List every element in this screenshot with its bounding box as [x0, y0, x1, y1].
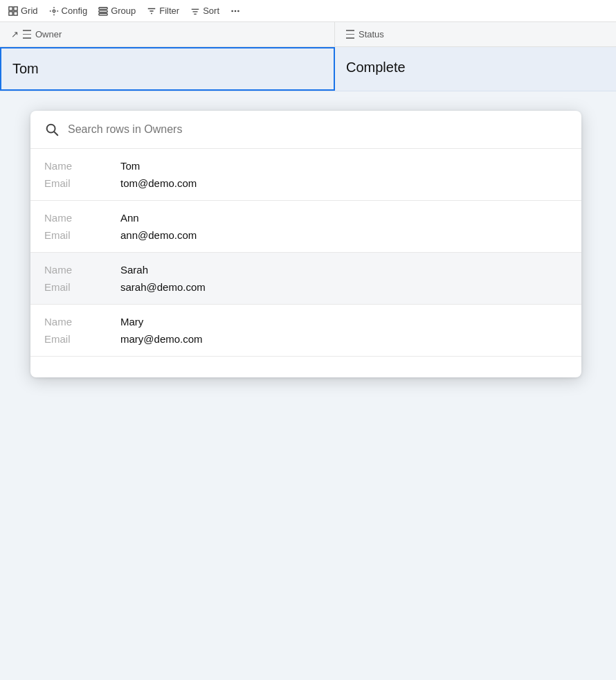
owner-email-value: mary@demo.com — [120, 333, 203, 345]
svg-rect-1 — [14, 6, 17, 10]
owner-list: Name Tom Email tom@demo.com Name Ann Ema… — [30, 149, 581, 377]
dropdown-bottom-space — [30, 357, 581, 377]
owner-value: Tom — [12, 61, 39, 76]
toolbar-config[interactable]: Config — [49, 6, 88, 16]
owner-name-value: Mary — [120, 316, 143, 328]
sort-icon — [190, 6, 200, 16]
owner-email-value: sarah@demo.com — [120, 281, 206, 293]
grid-icon — [8, 6, 18, 16]
sort-arrow-icon: ↗ — [11, 29, 19, 39]
email-label: Email — [44, 333, 120, 345]
svg-rect-7 — [99, 13, 107, 15]
svg-rect-2 — [9, 11, 12, 15]
table-header: ↗ Owner Status — [0, 22, 616, 47]
toolbar: Grid Config Group Filter Sort — [0, 0, 616, 22]
owner-name-value: Tom — [120, 160, 140, 172]
owner-name-field: Name Tom — [44, 160, 568, 172]
owner-dropdown: Name Tom Email tom@demo.com Name Ann Ema… — [30, 111, 581, 377]
selected-data-row: Tom Complete — [0, 47, 616, 91]
toolbar-group[interactable]: Group — [98, 6, 136, 16]
svg-point-9 — [235, 10, 237, 12]
search-container — [30, 111, 581, 149]
group-icon — [98, 6, 108, 16]
owner-email-field: Email mary@demo.com — [44, 333, 568, 345]
search-input[interactable] — [68, 123, 568, 136]
filter-icon — [147, 6, 156, 16]
list-item[interactable]: Name Sarah Email sarah@demo.com — [30, 253, 581, 305]
toolbar-config-label: Config — [62, 6, 88, 16]
status-column-label: Status — [359, 29, 384, 39]
email-label: Email — [44, 177, 120, 189]
toolbar-filter[interactable]: Filter — [147, 6, 179, 16]
svg-point-8 — [231, 10, 233, 12]
config-icon — [49, 6, 59, 16]
svg-rect-5 — [99, 7, 107, 9]
owner-name-field: Name Sarah — [44, 264, 568, 276]
name-label: Name — [44, 316, 120, 328]
owner-name-value: Sarah — [120, 264, 148, 276]
name-label: Name — [44, 264, 120, 276]
owner-header-cell: ↗ Owner — [0, 22, 334, 46]
svg-point-4 — [53, 10, 55, 12]
name-label: Name — [44, 160, 120, 172]
status-cell: Complete — [335, 47, 616, 91]
owner-name-value: Ann — [120, 212, 139, 224]
toolbar-more[interactable] — [230, 6, 240, 16]
owner-name-field: Name Ann — [44, 212, 568, 224]
lines-icon-status — [346, 30, 354, 39]
owner-email-field: Email ann@demo.com — [44, 229, 568, 241]
toolbar-sort-label: Sort — [203, 6, 219, 16]
svg-point-10 — [237, 10, 239, 12]
owner-cell[interactable]: Tom — [0, 47, 335, 91]
name-label: Name — [44, 212, 120, 224]
status-value: Complete — [346, 60, 406, 75]
owner-email-field: Email sarah@demo.com — [44, 281, 568, 293]
toolbar-filter-label: Filter — [159, 6, 179, 16]
owner-email-value: tom@demo.com — [120, 177, 197, 189]
owner-column-label: Owner — [35, 29, 62, 39]
owner-email-field: Email tom@demo.com — [44, 177, 568, 189]
more-icon — [230, 6, 240, 16]
svg-line-12 — [54, 132, 57, 135]
owner-email-value: ann@demo.com — [120, 229, 197, 241]
svg-rect-3 — [14, 11, 17, 15]
col-owner-header: ↗ Owner — [0, 22, 335, 46]
owner-name-field: Name Mary — [44, 316, 568, 328]
list-item[interactable]: Name Tom Email tom@demo.com — [30, 149, 581, 201]
list-item[interactable]: Name Ann Email ann@demo.com — [30, 201, 581, 253]
email-label: Email — [44, 281, 120, 293]
col-status-header: Status — [335, 22, 616, 46]
toolbar-grid-label: Grid — [21, 6, 38, 16]
search-icon-wrap — [44, 122, 60, 137]
svg-rect-0 — [9, 6, 12, 10]
search-icon — [44, 122, 60, 137]
svg-rect-6 — [99, 10, 107, 12]
lines-icon-owner — [23, 30, 31, 39]
toolbar-grid[interactable]: Grid — [8, 6, 38, 16]
toolbar-sort[interactable]: Sort — [190, 6, 219, 16]
status-header-cell: Status — [335, 22, 616, 46]
email-label: Email — [44, 229, 120, 241]
toolbar-group-label: Group — [111, 6, 136, 16]
list-item[interactable]: Name Mary Email mary@demo.com — [30, 305, 581, 357]
